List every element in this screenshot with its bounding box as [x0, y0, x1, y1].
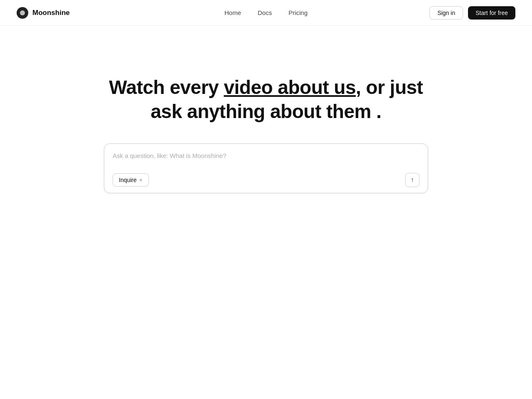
hero-heading: Watch every video about us, or just ask … [104, 76, 428, 123]
nav-docs[interactable]: Docs [258, 9, 272, 16]
inquire-button[interactable]: Inquire ⋄ [113, 173, 149, 187]
submit-button[interactable]: ↑ [405, 173, 419, 187]
main-nav: Home Docs Pricing [224, 9, 308, 16]
hero-link[interactable]: video about us [224, 76, 356, 98]
search-box: Inquire ⋄ ↑ [104, 143, 428, 193]
brand-name: Moonshine [32, 9, 70, 17]
page-spacer [0, 218, 532, 343]
brand-logo-link[interactable]: Moonshine [17, 7, 70, 19]
signin-button[interactable]: Sign in [429, 6, 463, 20]
nav-home[interactable]: Home [224, 9, 241, 16]
submit-arrow-icon: ↑ [411, 176, 414, 184]
hero-text-part1: Watch every [109, 76, 224, 98]
nav-pricing[interactable]: Pricing [288, 9, 308, 16]
brand-logo-inner-circle [20, 10, 25, 15]
brand-logo-icon [17, 7, 28, 19]
inquire-label: Inquire [119, 177, 137, 183]
search-footer: Inquire ⋄ ↑ [113, 173, 419, 187]
start-button[interactable]: Start for free [468, 6, 515, 20]
navbar-actions: Sign in Start for free [429, 6, 515, 20]
search-input[interactable] [113, 152, 419, 167]
navbar: Moonshine Home Docs Pricing Sign in Star… [0, 0, 532, 26]
hero-section: Watch every video about us, or just ask … [0, 26, 532, 218]
inquire-chevron-icon: ⋄ [139, 177, 143, 183]
